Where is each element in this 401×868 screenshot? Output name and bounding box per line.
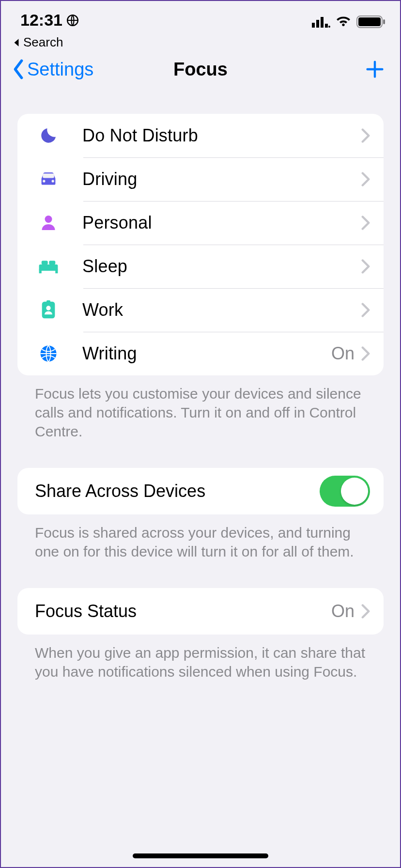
chevron-right-icon [361, 604, 370, 619]
focus-status-row[interactable]: Focus Status On [17, 588, 384, 635]
focus-row-work[interactable]: Work [17, 288, 384, 332]
svg-rect-17 [49, 261, 55, 264]
row-value: On [331, 343, 355, 364]
moon-icon [34, 126, 63, 145]
svg-rect-19 [46, 300, 50, 304]
toggle-knob [341, 478, 368, 505]
cellular-icon [312, 16, 330, 28]
focus-row-personal[interactable]: Personal [17, 201, 384, 245]
back-label: Settings [27, 59, 93, 80]
bed-icon [34, 259, 63, 274]
svg-point-11 [52, 180, 54, 182]
svg-rect-2 [316, 20, 319, 28]
svg-rect-13 [39, 264, 58, 271]
svg-rect-8 [383, 19, 385, 24]
focus-status-group: Focus Status On [17, 588, 384, 635]
breadcrumb-search[interactable]: Search [1, 35, 400, 54]
row-label: Sleep [82, 256, 361, 277]
svg-rect-16 [42, 261, 48, 264]
car-icon [34, 171, 63, 187]
plus-icon [364, 59, 386, 80]
svg-rect-4 [325, 24, 328, 28]
badge-icon [34, 300, 63, 320]
svg-rect-3 [321, 17, 324, 28]
chevron-right-icon [361, 259, 370, 274]
svg-rect-9 [43, 173, 54, 178]
svg-rect-7 [358, 17, 381, 26]
status-bar: 12:31 [1, 1, 400, 35]
battery-icon [356, 16, 386, 28]
focus-status-value: On [331, 601, 355, 621]
focus-row-dnd[interactable]: Do Not Disturb [17, 114, 384, 157]
focus-modes-group: Do Not Disturb Driving Personal Sleep Wo… [17, 114, 384, 375]
person-icon [34, 214, 63, 232]
chevron-right-icon [361, 303, 370, 317]
back-triangle-icon [13, 38, 20, 47]
svg-point-20 [46, 306, 50, 310]
svg-rect-15 [55, 269, 58, 273]
focus-row-sleep[interactable]: Sleep [17, 245, 384, 288]
row-label: Driving [82, 169, 361, 189]
svg-point-12 [45, 216, 52, 223]
focus-row-driving[interactable]: Driving [17, 157, 384, 201]
breadcrumb-label: Search [23, 35, 63, 50]
globe-icon [66, 14, 79, 27]
svg-point-5 [328, 26, 330, 28]
row-label: Do Not Disturb [82, 125, 361, 146]
focus-status-label: Focus Status [35, 601, 331, 621]
chevron-right-icon [361, 216, 370, 230]
share-footer-text: Focus is shared across your devices, and… [35, 523, 376, 561]
row-label: Writing [82, 343, 331, 364]
svg-rect-1 [312, 23, 315, 28]
back-button[interactable]: Settings [11, 59, 93, 80]
focus-status-footer-text: When you give an app permission, it can … [35, 643, 376, 681]
row-label: Personal [82, 213, 361, 233]
home-indicator[interactable] [133, 853, 268, 858]
chevron-right-icon [361, 346, 370, 361]
share-label: Share Across Devices [35, 481, 320, 501]
add-button[interactable] [364, 59, 386, 80]
chevron-left-icon [11, 59, 26, 80]
share-toggle[interactable] [320, 476, 370, 507]
wifi-icon [335, 16, 352, 28]
row-label: Work [82, 300, 361, 320]
status-time: 12:31 [20, 11, 62, 30]
navbar: Settings Focus [1, 54, 400, 94]
share-group: Share Across Devices [17, 468, 384, 514]
share-across-devices-row[interactable]: Share Across Devices [17, 468, 384, 514]
globe-filled-icon [34, 345, 63, 362]
chevron-right-icon [361, 172, 370, 186]
chevron-right-icon [361, 128, 370, 143]
svg-rect-14 [39, 269, 42, 273]
focus-footer-text: Focus lets you customise your devices an… [35, 384, 376, 441]
svg-point-10 [43, 180, 45, 182]
focus-row-writing[interactable]: Writing On [17, 332, 384, 375]
